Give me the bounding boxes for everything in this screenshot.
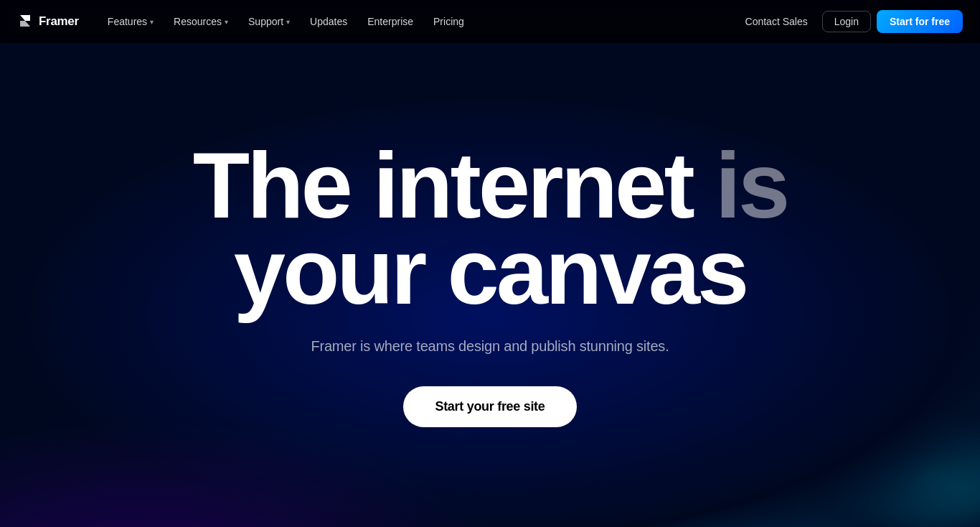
chevron-down-icon: ▾ <box>150 18 154 26</box>
nav-logo[interactable]: Framer <box>17 14 79 29</box>
hero-title: The internet is your canvas <box>193 143 788 314</box>
nav-link-pricing[interactable]: Pricing <box>425 11 473 32</box>
nav-brand-name: Framer <box>39 14 79 29</box>
nav-link-enterprise[interactable]: Enterprise <box>359 11 422 32</box>
nav-link-updates[interactable]: Updates <box>301 11 356 32</box>
hero-title-line2: your canvas <box>193 229 788 315</box>
nav-link-features[interactable]: Features ▾ <box>99 11 162 32</box>
start-for-free-button[interactable]: Start for free <box>877 10 963 33</box>
chevron-down-icon: ▾ <box>225 18 228 26</box>
nav-right-actions: Contact Sales Login Start for free <box>737 10 963 33</box>
nav-link-support[interactable]: Support ▾ <box>240 11 298 32</box>
chevron-down-icon: ▾ <box>286 18 290 26</box>
nav-links: Features ▾ Resources ▾ Support ▾ Updates… <box>99 11 737 32</box>
hero-title-line1: The internet is <box>193 143 788 229</box>
hero-subtitle: Framer is where teams design and publish… <box>311 338 669 355</box>
hero-section: The internet is your canvas Framer is wh… <box>0 0 980 527</box>
framer-logo-icon <box>17 14 33 29</box>
login-button[interactable]: Login <box>822 11 871 32</box>
hero-content: The internet is your canvas Framer is wh… <box>193 143 788 426</box>
hero-cta-button[interactable]: Start your free site <box>403 386 576 427</box>
nav-link-resources[interactable]: Resources ▾ <box>165 11 237 32</box>
contact-sales-link[interactable]: Contact Sales <box>737 11 816 32</box>
navigation: Framer Features ▾ Resources ▾ Support ▾ … <box>0 0 980 43</box>
